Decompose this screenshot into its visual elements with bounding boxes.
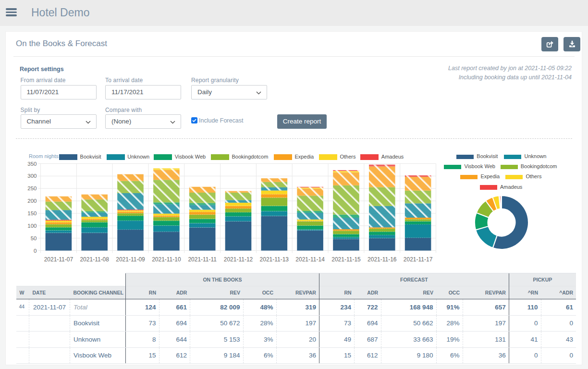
svg-text:2021-11-17: 2021-11-17 xyxy=(404,256,433,263)
svg-text:0: 0 xyxy=(34,248,37,254)
svg-text:2021-11-09: 2021-11-09 xyxy=(116,256,145,263)
svg-text:50: 50 xyxy=(31,235,37,241)
svg-text:2021-11-10: 2021-11-10 xyxy=(152,256,181,263)
svg-text:350: 350 xyxy=(27,161,37,167)
svg-text:300: 300 xyxy=(27,173,37,179)
svg-text:200: 200 xyxy=(27,198,37,204)
svg-text:100: 100 xyxy=(27,223,37,229)
svg-text:150: 150 xyxy=(27,210,37,216)
svg-text:2021-11-14: 2021-11-14 xyxy=(295,256,325,263)
svg-text:2021-11-08: 2021-11-08 xyxy=(80,256,109,263)
svg-text:2021-11-15: 2021-11-15 xyxy=(331,256,361,263)
svg-text:2021-11-07: 2021-11-07 xyxy=(44,256,74,263)
svg-text:2021-11-11: 2021-11-11 xyxy=(188,256,217,263)
svg-text:2021-11-12: 2021-11-12 xyxy=(224,256,253,263)
svg-text:2021-11-16: 2021-11-16 xyxy=(368,256,397,263)
svg-text:2021-11-13: 2021-11-13 xyxy=(260,256,289,263)
svg-text:250: 250 xyxy=(27,185,37,191)
